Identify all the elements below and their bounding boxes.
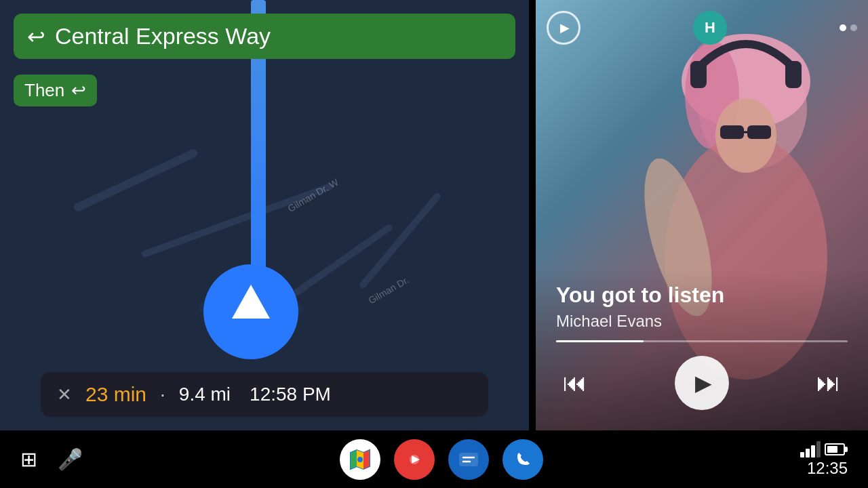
svg-rect-4 — [785, 61, 802, 88]
signal-bar-4 — [816, 441, 821, 458]
signal-indicators — [800, 441, 848, 458]
page-dot-2 — [850, 24, 857, 31]
song-title: You got to listen — [556, 283, 848, 308]
eta-time: 23 min — [85, 383, 146, 406]
svg-rect-20 — [459, 453, 478, 466]
messages-app-button[interactable] — [448, 439, 489, 480]
play-icon: ▶ — [695, 370, 712, 396]
youtube-music-app-button[interactable] — [394, 439, 435, 480]
page-dot-1 — [840, 24, 846, 31]
svg-point-15 — [357, 457, 363, 462]
signal-bar-3 — [811, 445, 815, 458]
music-panel-header: ▶ H — [547, 11, 857, 45]
battery-body — [825, 443, 845, 455]
phone-app-button[interactable] — [502, 439, 543, 480]
progress-fill — [556, 340, 644, 342]
cancel-navigation-button[interactable]: ✕ — [57, 384, 72, 405]
svg-rect-7 — [720, 125, 744, 139]
then-label: Then — [24, 80, 64, 101]
svg-rect-8 — [747, 125, 771, 139]
direction-arrow — [203, 264, 298, 359]
battery-tip — [845, 447, 848, 452]
phone-icon — [511, 447, 535, 472]
clock-display: 12:35 — [807, 459, 848, 478]
music-controls-overlay: You got to listen Michael Evans ⏮ ▶ ⏭ — [536, 269, 868, 430]
page-indicator — [840, 24, 857, 31]
svg-point-23 — [511, 447, 535, 472]
bottom-left-controls: ⊞ 🎤 — [20, 447, 83, 471]
svg-marker-14 — [363, 450, 370, 469]
app-shortcuts — [340, 439, 543, 480]
battery-fill — [827, 446, 837, 453]
navigation-panel: Gilman Dr. W Gilman Dr. ↩ Central Expres… — [0, 0, 529, 430]
maps-icon — [348, 447, 372, 472]
then-turn-icon: ↩ — [71, 80, 86, 101]
street-name: Central Express Way — [55, 23, 271, 49]
signal-bar-2 — [806, 449, 810, 458]
previous-button[interactable]: ⏮ — [563, 369, 587, 397]
bottom-navigation-bar: ⊞ 🎤 — [0, 430, 868, 488]
play-pause-button[interactable]: ▶ — [675, 356, 729, 410]
battery-icon — [825, 443, 848, 455]
grid-menu-button[interactable]: ⊞ — [20, 447, 37, 471]
cast-icon[interactable]: ▶ — [547, 11, 580, 45]
navigation-instruction: ↩ Central Express Way — [14, 14, 515, 59]
eta-distance: 9.4 mi — [179, 384, 231, 405]
position-marker — [203, 264, 298, 359]
maps-app-button[interactable] — [340, 439, 380, 480]
microphone-button[interactable]: 🎤 — [58, 447, 83, 471]
messages-icon — [456, 447, 481, 472]
svg-marker-12 — [351, 450, 357, 469]
artist-name: Michael Evans — [556, 312, 848, 331]
next-button[interactable]: ⏭ — [816, 369, 841, 397]
music-controls: ⏮ ▶ ⏭ — [556, 356, 848, 410]
youtube-icon — [402, 447, 427, 472]
svg-rect-3 — [690, 61, 707, 88]
progress-bar[interactable] — [556, 340, 848, 342]
eta-bar: ✕ 23 min · 9.4 mi 12:58 PM — [41, 372, 488, 417]
user-avatar[interactable]: H — [693, 11, 727, 45]
status-bar: 12:35 — [800, 441, 848, 478]
then-instruction: Then ↩ — [14, 75, 97, 106]
eta-separator: · — [160, 384, 165, 405]
cast-play-icon: ▶ — [560, 20, 570, 35]
turn-icon-main: ↩ — [27, 24, 45, 49]
eta-arrival-time: 12:58 PM — [250, 384, 331, 405]
cellular-signal-icon — [800, 441, 821, 458]
signal-bar-1 — [800, 452, 804, 458]
music-panel: ▶ H You got to listen Michael Evans ⏮ ▶ … — [536, 0, 868, 430]
